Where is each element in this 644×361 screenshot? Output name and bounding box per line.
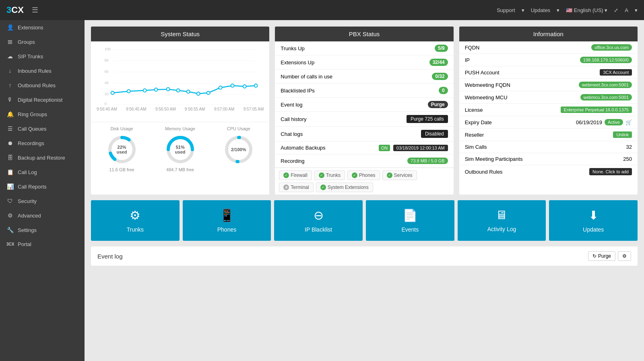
pbx-status-card: PBX Status Trunks Up 5/9 Extensions Up 3…: [275, 27, 453, 195]
event-log-badge[interactable]: Purge: [428, 101, 448, 108]
sidebar-item-digital-receptionist[interactable]: 🎙 Digital Receptionist: [0, 92, 85, 107]
chat-logs-badge: Disabled: [421, 130, 448, 138]
expand-button[interactable]: ⤢: [614, 7, 618, 13]
hamburger-icon[interactable]: ☰: [32, 6, 38, 14]
topbar-right: Support▾ Updates▾ 🇺🇸 English (US) ▾ ⤢ A▾: [497, 7, 638, 13]
svg-point-20: [207, 91, 210, 94]
information-card: Information FQDN office.3cx.us.com IP 19…: [459, 27, 638, 195]
svg-point-16: [167, 88, 170, 91]
firewall-dot: ✓: [283, 172, 289, 178]
backup-icon: 🗄: [6, 154, 14, 161]
updates-button[interactable]: ⬇ Updates: [549, 200, 638, 241]
language-menu[interactable]: 🇺🇸 English (US) ▾: [566, 7, 607, 13]
calllog-icon: 📋: [6, 169, 14, 175]
sidebar-item-groups[interactable]: ⊞ Groups: [0, 35, 85, 49]
expiry-date: 06/19/2019: [576, 119, 602, 125]
sidebar-item-security[interactable]: 🛡 Security: [0, 194, 85, 208]
user-menu[interactable]: A: [625, 7, 628, 13]
sidebar-label-receptionist: Digital Receptionist: [18, 97, 62, 103]
svg-point-12: [111, 91, 114, 94]
terminal-status: 🖥 Terminal: [279, 183, 313, 192]
svg-point-22: [231, 84, 234, 87]
reports-icon: 📊: [6, 183, 14, 190]
sidebar-item-backup[interactable]: 🗄 Backup and Restore: [0, 150, 85, 165]
sidebar-item-ring-groups[interactable]: 🔔 Ring Groups: [0, 107, 85, 121]
settings-icon: 🔧: [6, 227, 14, 233]
quick-buttons-row: ⚙ Trunks 📱 Phones ⊖ IP Blacklist 📄 Event…: [91, 200, 638, 241]
sidebar-label-ring: Ring Groups: [18, 111, 47, 117]
purge-icon: ↻: [592, 253, 597, 259]
sidebar-label-settings: Settings: [18, 227, 37, 233]
unlink-button[interactable]: Unlink: [613, 131, 632, 138]
updates-menu[interactable]: Updates: [531, 7, 550, 13]
call-history-badge[interactable]: Purge 725 calls: [407, 115, 448, 123]
trunks-button[interactable]: ⚙ Trunks: [91, 200, 180, 241]
phones-status: ✓ Phones: [347, 170, 380, 180]
sim-calls-value: 32: [626, 144, 632, 150]
pbx-call-history: Call history Purge 725 calls: [275, 112, 453, 127]
sidebar-item-portal[interactable]: 3CX Portal: [0, 237, 85, 251]
svg-point-23: [243, 85, 246, 88]
svg-point-13: [127, 90, 130, 93]
pbx-auto-backups: Automatic Backups ON 03/18/2019 12:00:13…: [275, 142, 453, 154]
pbx-recording: Recording 73.8 MB / 5.0 GB: [275, 154, 453, 168]
ip-blacklist-button[interactable]: ⊖ IP Blacklist: [274, 200, 363, 241]
sidebar-item-recordings[interactable]: ⏺ Recordings: [0, 136, 85, 150]
sidebar-item-sip-trunks[interactable]: ☁ SIP Trunks: [0, 49, 85, 64]
sidebar-item-call-log[interactable]: 📋 Call Log: [0, 165, 85, 179]
sidebar-item-outbound-rules[interactable]: ↑ Outbound Rules: [0, 78, 85, 92]
phones-button[interactable]: 📱 Phones: [183, 200, 271, 241]
pbx-event-log: Event log Purge: [275, 98, 453, 112]
svg-text:80: 80: [105, 58, 109, 62]
cart-icon[interactable]: 🛒: [625, 119, 632, 125]
phones-button-icon: 📱: [219, 208, 234, 222]
ip-value: 198.168.179.12:5060/0: [580, 57, 632, 63]
webfqdn-value: webmeet.3cx.com:5001: [579, 82, 632, 88]
pbx-status-header: PBX Status: [275, 27, 453, 41]
app-body: 👤 Extensions ⊞ Groups ☁ SIP Trunks ↓ Inb…: [0, 20, 644, 361]
support-menu[interactable]: Support: [497, 7, 515, 13]
pbx-blacklisted: Blacklisted IPs 0: [275, 84, 453, 98]
info-push: PUSH Account 3CX Account: [459, 66, 638, 79]
chart-area: 100 80 60 40 20 0: [91, 41, 269, 122]
sidebar-item-call-reports[interactable]: 📊 Call Reports: [0, 179, 85, 194]
chart-x-labels: 9:56:40 AM 9:56:45 AM 9:56:50 AM 9:56:55…: [95, 107, 265, 111]
sidebar-label-backup: Backup and Restore: [18, 155, 65, 161]
activity-log-button[interactable]: 🖥 Activity Log: [458, 200, 546, 241]
license-value: Enterprise Perpetual 16.0.0.1375: [561, 107, 632, 113]
sidebar-item-inbound-rules[interactable]: ↓ Inbound Rules: [0, 64, 85, 78]
outbound-rules-button[interactable]: None. Click to add: [589, 168, 632, 175]
events-button[interactable]: 📄 Events: [366, 200, 454, 241]
sidebar: 👤 Extensions ⊞ Groups ☁ SIP Trunks ↓ Inb…: [0, 20, 85, 361]
event-log-purge-button[interactable]: ↻ Purge: [588, 251, 615, 261]
sidebar-label-extensions: Extensions: [18, 25, 43, 31]
security-icon: 🛡: [6, 198, 14, 204]
trunks-status: ✓ Trunks: [314, 170, 345, 180]
user-icon: 👤: [6, 24, 14, 31]
sidebar-item-extensions[interactable]: 👤 Extensions: [0, 20, 85, 35]
usage-row: Disk Usage 22% used 11.6 GB free Memory: [91, 122, 269, 174]
info-webmeeting-fqdn: Webmeeting FQDN webmeet.3cx.com:5001: [459, 79, 638, 91]
sidebar-item-call-queues[interactable]: ☰ Call Queues: [0, 121, 85, 136]
activity-log-label: Activity Log: [487, 226, 516, 232]
sys-ext-status: ✓ System Extensions: [316, 183, 373, 192]
svg-point-17: [177, 89, 180, 92]
info-license: License Enterprise Perpetual 16.0.0.1375: [459, 104, 638, 116]
sidebar-item-advanced[interactable]: ⚙ Advanced: [0, 208, 85, 223]
activity-log-icon: 🖥: [495, 208, 508, 222]
info-webmeeting-mcu: Webmeeting MCU webmcu.3cx.com:5001: [459, 91, 638, 104]
sidebar-label-inbound: Inbound Rules: [18, 68, 52, 74]
event-log-bar: Event log ↻ Purge ⚙: [91, 246, 638, 266]
info-fqdn: FQDN office.3cx.us.com: [459, 41, 638, 54]
events-button-icon: 📄: [402, 208, 417, 222]
sidebar-item-settings[interactable]: 🔧 Settings: [0, 223, 85, 237]
webmcu-value: webmcu.3cx.com:5001: [580, 94, 632, 101]
sidebar-label-reports: Call Reports: [18, 184, 47, 190]
portal-icon: 3CX: [6, 242, 14, 246]
sidebar-label-calllog: Call Log: [18, 169, 37, 175]
calls-badge: 0/32: [432, 73, 448, 80]
svg-point-24: [254, 84, 258, 87]
event-log-settings-button[interactable]: ⚙: [618, 251, 631, 261]
updates-button-icon: ⬇: [588, 208, 599, 222]
status-icons: ✓ Firewall ✓ Trunks ✓ Phones ✓ Services: [275, 168, 453, 195]
